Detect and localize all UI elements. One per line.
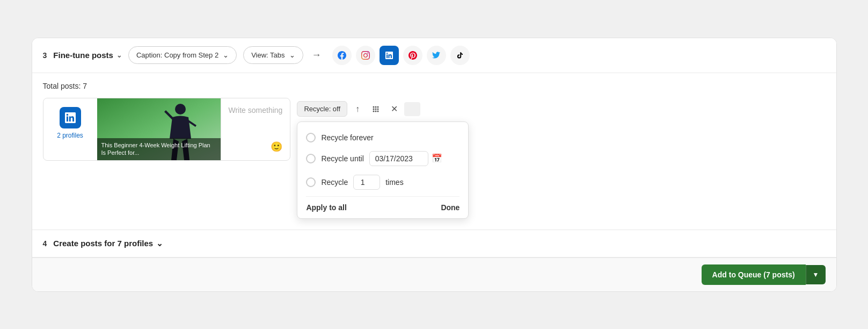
gray-placeholder [404,102,420,116]
facebook-icon[interactable] [332,46,352,65]
svg-point-3 [375,106,377,108]
grid-button[interactable] [368,101,384,117]
add-to-queue-button[interactable]: Add to Queue (7 posts) [702,264,806,285]
recycle-off-button[interactable]: Recycle: off [297,101,347,117]
step3-number: 3 [43,51,47,60]
done-button[interactable]: Done [441,203,459,212]
recycle-dropdown: Recycle forever Recycle until 📅 [297,121,469,219]
recycle-forever-radio[interactable] [306,133,316,142]
linkedin-active-icon[interactable] [380,46,399,65]
arrow-icon: → [312,49,322,61]
recycle-times-input[interactable] [353,175,380,190]
move-up-button[interactable]: ↑ [349,101,366,117]
svg-point-1 [175,104,186,115]
caption-label: Caption: Copy from Step 2 [136,51,218,59]
calendar-icon[interactable]: 📅 [432,153,442,163]
view-button[interactable]: View: Tabs ⌄ [243,46,303,64]
close-button[interactable]: ✕ [386,101,402,117]
linkedin-profile-icon [60,107,81,128]
add-queue-dropdown-button[interactable]: ▼ [806,265,826,284]
post-image: This Beginner 4-Week Weight Lifting Plan… [97,98,221,160]
apply-all-button[interactable]: Apply to all [306,203,346,212]
profile-count: 2 profiles [57,132,83,139]
svg-point-9 [375,110,377,112]
step3-title-chevron: ⌄ [116,52,122,59]
add-queue-dropdown-arrow: ▼ [813,271,819,278]
emoji-button[interactable]: 🙂 [271,141,282,153]
recycle-times-label: Recycle [321,178,348,187]
svg-point-2 [373,106,375,108]
pinterest-icon[interactable] [403,46,422,65]
recycle-until-radio[interactable] [306,154,316,163]
instagram-icon[interactable] [356,46,375,65]
date-input-wrapper: 📅 [369,151,460,166]
tiktok-icon[interactable] [450,46,470,65]
post-profile: 2 profiles [43,98,97,148]
social-icons-bar [332,46,470,65]
step3-title-label: Fine-tune posts [53,51,113,60]
twitter-icon[interactable] [427,46,446,65]
caption-placeholder: Write something [229,106,283,141]
svg-point-6 [375,108,377,110]
step4-title-button[interactable]: Create posts for 7 profiles ⌄ [53,239,163,248]
recycle-until-date-input[interactable] [369,151,428,166]
step3-header: 3 Fine-tune posts ⌄ Caption: Copy from S… [32,38,836,73]
recycle-times-radio[interactable] [306,177,316,187]
recycle-actions: Apply to all Done [306,196,459,212]
main-container: 3 Fine-tune posts ⌄ Caption: Copy from S… [32,38,837,292]
bottom-bar: Add to Queue (7 posts) ▼ [32,258,836,291]
step4-header: 4 Create posts for 7 profiles ⌄ [32,230,836,257]
recycle-forever-option[interactable]: Recycle forever [306,128,459,147]
recycle-forever-label: Recycle forever [321,133,373,142]
content-area: Total posts: 7 2 profiles [32,73,836,230]
recycle-until-label: Recycle until [321,154,363,163]
step4-title-label: Create posts for 7 profiles [53,239,153,248]
svg-point-7 [377,108,379,110]
step3-title-button[interactable]: Fine-tune posts ⌄ [53,51,122,60]
step4-chevron: ⌄ [156,239,163,248]
svg-point-10 [377,110,379,112]
view-chevron: ⌄ [289,51,295,59]
svg-point-4 [377,106,379,108]
recycle-times-suffix: times [385,178,403,187]
step4-number: 4 [43,239,47,248]
svg-point-8 [373,110,375,112]
recycle-times-option[interactable]: Recycle times [306,170,459,194]
post-card: 2 profiles [43,98,291,161]
caption-button[interactable]: Caption: Copy from Step 2 ⌄ [128,46,237,64]
add-queue-label: Add to Queue (7 posts) [712,270,795,279]
caption-chevron: ⌄ [223,51,229,59]
recycle-until-option[interactable]: Recycle until 📅 [306,147,459,170]
view-label: View: Tabs [251,51,285,59]
total-posts-label: Total posts: 7 [43,82,826,90]
post-image-title: This Beginner 4-Week Weight Lifting Plan… [97,138,221,160]
svg-point-5 [373,108,375,110]
post-caption[interactable]: Write something 🙂 [221,98,290,160]
